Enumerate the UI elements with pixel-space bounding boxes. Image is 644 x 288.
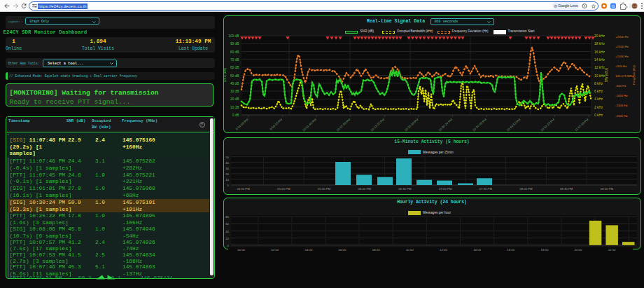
svg-text:22:00: 22:00 xyxy=(608,248,616,252)
svg-text:60: 60 xyxy=(225,222,229,226)
svg-text:08:00: 08:00 xyxy=(372,248,380,252)
svg-text:40: 40 xyxy=(225,230,229,233)
svg-text:80: 80 xyxy=(225,215,229,219)
svg-text:10:00: 10:00 xyxy=(406,248,414,252)
svg-text:20: 20 xyxy=(225,237,229,240)
svg-text:06:00: 06:00 xyxy=(339,248,346,252)
svg-text:16:00: 16:00 xyxy=(507,248,514,252)
svg-text:18:00: 18:00 xyxy=(541,248,549,252)
svg-text:00:00: 00:00 xyxy=(237,248,245,252)
svg-text:02:00: 02:00 xyxy=(271,248,279,252)
svg-text:04:00: 04:00 xyxy=(305,248,313,252)
svg-text:12:00: 12:00 xyxy=(440,248,447,252)
svg-text:0: 0 xyxy=(227,244,230,247)
svg-text:20:00: 20:00 xyxy=(575,248,582,252)
svg-text:14:00: 14:00 xyxy=(473,248,481,252)
